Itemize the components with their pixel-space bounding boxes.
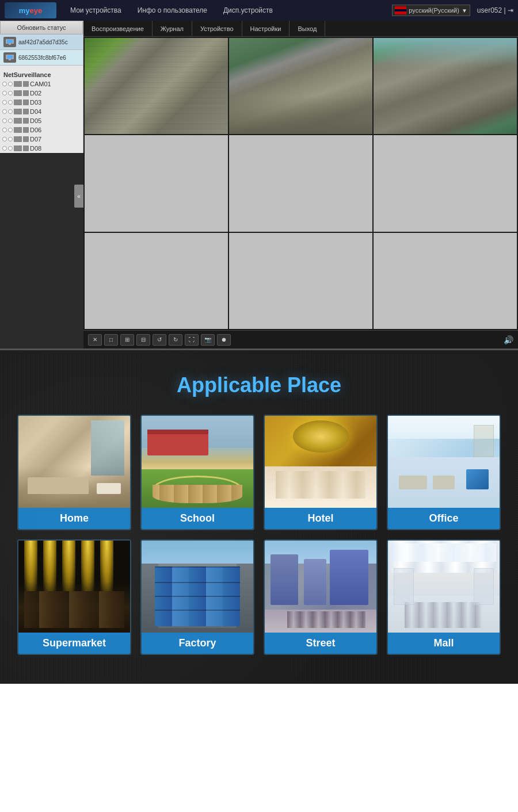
ch-radio[interactable]	[2, 100, 7, 105]
channel-d04[interactable]: D04	[0, 107, 83, 116]
place-card-street[interactable]: Street	[264, 539, 378, 655]
camera-icon	[14, 81, 22, 87]
place-image-street	[265, 541, 376, 633]
dvr-camera-content: Воспроизведение Журнал Устройство Настро…	[83, 21, 518, 348]
sidebar-collapse-button[interactable]: «	[74, 185, 83, 208]
camera-cell-4[interactable]	[85, 135, 228, 231]
play-icon	[23, 81, 29, 87]
ch-radio[interactable]	[2, 82, 7, 86]
nav-display-devices[interactable]: Дисп.устройств	[216, 0, 280, 21]
channel-label: D08	[30, 145, 41, 152]
svg-rect-4	[7, 55, 13, 59]
place-card-home[interactable]: Home	[17, 415, 131, 530]
channel-d02[interactable]: D02	[0, 89, 83, 98]
subnav-journal[interactable]: Журнал	[153, 21, 192, 36]
ch-radio[interactable]	[2, 137, 7, 141]
camera-icon	[14, 109, 22, 114]
channel-label: D06	[30, 127, 41, 133]
dvr-subnav: Воспроизведение Журнал Устройство Настро…	[83, 21, 518, 37]
toolbar-refresh-btn[interactable]: ↺	[153, 334, 166, 346]
ch-radio[interactable]	[2, 128, 7, 132]
update-status-button[interactable]: Обновить статус	[0, 21, 83, 35]
channel-d08[interactable]: D08	[0, 144, 83, 153]
ch-radio2[interactable]	[8, 100, 13, 105]
camera-cell-3[interactable]	[374, 38, 517, 134]
channel-cam01[interactable]: CAM01	[0, 79, 83, 89]
svg-rect-2	[9, 44, 11, 45]
play-icon	[23, 109, 29, 114]
camera-cell-8[interactable]	[229, 233, 372, 329]
subnav-playback[interactable]: Воспроизведение	[83, 21, 153, 36]
toolbar-snapshot-btn[interactable]: 📷	[201, 334, 215, 346]
toolbar-single-btn[interactable]: □	[104, 334, 118, 346]
subnav-device[interactable]: Устройство	[192, 21, 242, 36]
place-image-mall	[388, 541, 500, 633]
toolbar-fullscreen-btn[interactable]: ⛶	[185, 334, 199, 346]
place-card-mall[interactable]: Mall	[387, 539, 501, 655]
toolbar-cycle-btn[interactable]: ↻	[169, 334, 182, 346]
toolbar-stop-btn[interactable]: ✕	[88, 334, 102, 346]
ch-radio[interactable]	[2, 146, 7, 151]
ch-radio[interactable]	[2, 91, 7, 95]
play-icon	[23, 99, 29, 105]
channel-label: CAM01	[30, 81, 51, 87]
play-icon	[23, 145, 29, 151]
place-card-supermarket[interactable]: Supermarket	[17, 539, 131, 655]
language-selector[interactable]: русский(Русский) ▼	[392, 5, 470, 16]
play-icon	[23, 90, 29, 96]
channel-list: NetSurveillance CAM01 D02	[0, 70, 83, 153]
ch-radio[interactable]	[2, 118, 7, 123]
ch-radio2[interactable]	[8, 91, 13, 95]
header-bar: myeye Мои устройства Инфо о пользователе…	[0, 0, 518, 21]
place-card-hotel[interactable]: Hotel	[264, 415, 378, 530]
place-card-office[interactable]: Office	[387, 415, 501, 530]
subnav-settings[interactable]: Настройки	[242, 21, 290, 36]
toolbar-nine-btn[interactable]: ⊟	[136, 334, 150, 346]
place-label-mall: Mall	[388, 633, 500, 654]
channel-d03[interactable]: D03	[0, 98, 83, 107]
play-icon	[23, 127, 29, 133]
subnav-exit[interactable]: Выход	[290, 21, 325, 36]
channel-label: D02	[30, 90, 41, 97]
nav-user-info[interactable]: Инфо о пользователе	[131, 0, 214, 21]
camera-cell-2[interactable]	[229, 38, 372, 134]
camera-cell-7[interactable]	[85, 233, 228, 329]
place-image-school	[142, 416, 253, 508]
place-label-home: Home	[18, 508, 130, 529]
ch-radio2[interactable]	[8, 118, 13, 123]
place-image-home	[18, 416, 130, 508]
camera-icon	[14, 145, 22, 151]
ch-radio2[interactable]	[8, 128, 13, 132]
place-label-street: Street	[265, 633, 376, 654]
sidebar-content: Обновить статус aaf42d7a5dd7d35c 6862553…	[0, 21, 83, 153]
nav-my-devices[interactable]: Мои устройства	[63, 0, 128, 21]
dropdown-arrow: ▼	[462, 7, 467, 14]
place-image-hotel	[265, 416, 376, 508]
logout-icon[interactable]: ⇥	[508, 6, 513, 14]
dvr-sidebar: Обновить статус aaf42d7a5dd7d35c 6862553…	[0, 21, 83, 348]
channel-d05[interactable]: D05	[0, 116, 83, 125]
device-icon-2	[3, 52, 16, 63]
camera-cell-5[interactable]	[229, 135, 372, 231]
place-image-factory	[142, 541, 253, 633]
ch-radio2[interactable]	[8, 82, 13, 86]
volume-icon[interactable]: 🔊	[504, 335, 513, 344]
ch-radio2[interactable]	[8, 109, 13, 114]
place-card-school[interactable]: School	[140, 415, 254, 530]
channel-d07[interactable]: D07	[0, 135, 83, 144]
toolbar-quad-btn[interactable]: ⊞	[120, 334, 134, 346]
camera-cell-6[interactable]	[374, 135, 517, 231]
place-card-factory[interactable]: Factory	[140, 539, 254, 655]
camera-icon	[14, 90, 22, 96]
channel-label: D05	[30, 117, 41, 124]
toolbar-record-btn[interactable]: ⏺	[217, 334, 231, 346]
device-item-1[interactable]: aaf42d7a5dd7d35c	[0, 35, 83, 50]
ch-radio2[interactable]	[8, 146, 13, 151]
device-item-2[interactable]: 6862553fc8bf67e6	[0, 50, 83, 66]
camera-cell-1[interactable]	[85, 38, 228, 134]
ch-radio[interactable]	[2, 109, 7, 114]
svg-rect-5	[9, 59, 11, 60]
channel-d06[interactable]: D06	[0, 125, 83, 135]
camera-cell-9[interactable]	[374, 233, 517, 329]
ch-radio2[interactable]	[8, 137, 13, 141]
